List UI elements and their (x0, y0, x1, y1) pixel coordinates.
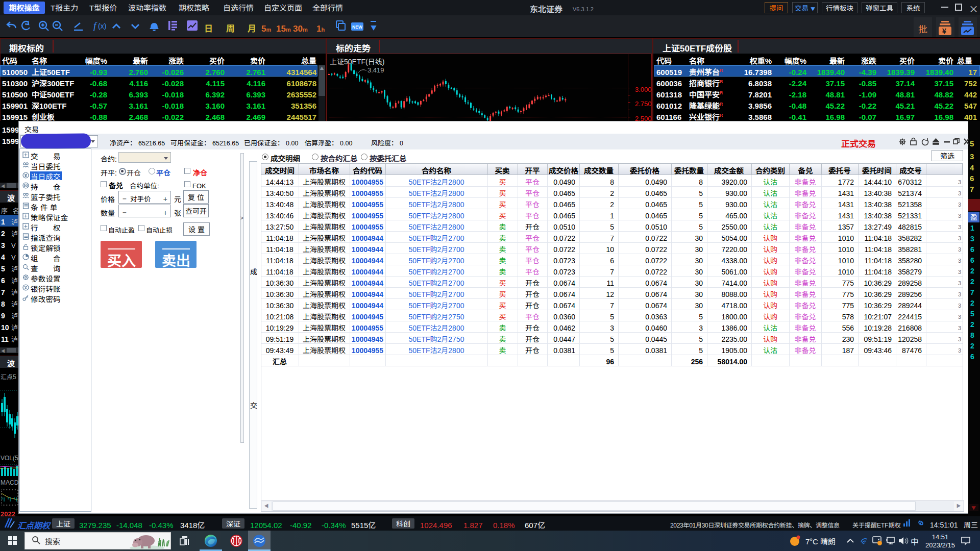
svg-text:¥: ¥ (942, 26, 946, 36)
